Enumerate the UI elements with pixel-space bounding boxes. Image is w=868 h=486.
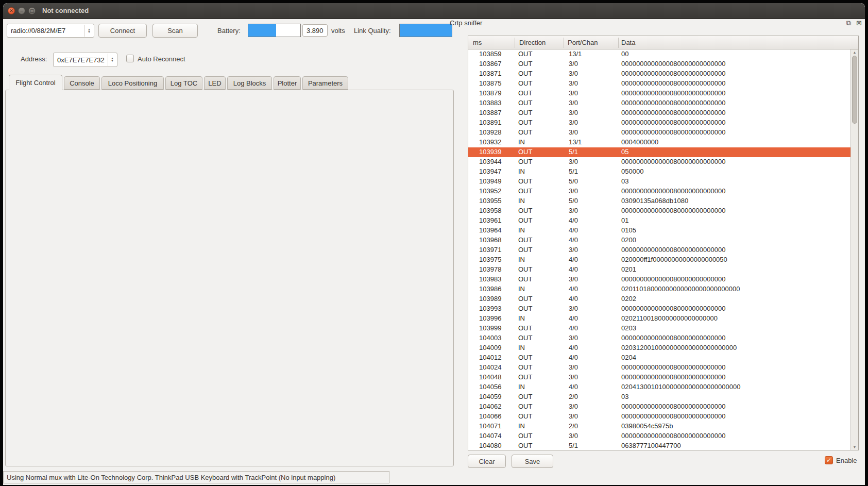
uri-combo-arrows-icon[interactable]: ▲▼ xyxy=(84,25,93,37)
scroll-down-icon[interactable]: ▼ xyxy=(851,445,858,449)
tab-log-toc[interactable]: Log TOC xyxy=(165,76,202,90)
sniffer-packet-table[interactable]: ms Direction Port/Chan Data 103859OUT13/… xyxy=(468,36,859,450)
scroll-up-icon[interactable]: ▲ xyxy=(851,51,858,54)
column-header-direction[interactable]: Direction xyxy=(519,39,546,46)
sniffer-row[interactable]: 104074OUT3/00000000000000080000000000000 xyxy=(468,431,858,441)
sniffer-row[interactable]: 103961OUT4/001 xyxy=(468,216,858,226)
battery-meter xyxy=(248,24,301,37)
packet-portchan: 4/0 xyxy=(569,216,578,224)
sniffer-row[interactable]: 103971OUT3/00000000000000080000000000000 xyxy=(468,245,858,255)
packet-ms: 103867 xyxy=(479,60,501,68)
tab-flight-control[interactable]: Flight Control xyxy=(9,75,62,90)
sniffer-row[interactable]: 103944OUT3/00000000000000080000000000000 xyxy=(468,157,858,167)
sniffer-row[interactable]: 103883OUT3/00000000000000080000000000000 xyxy=(468,98,858,108)
sniffer-row[interactable]: 103928OUT3/00000000000000080000000000000 xyxy=(468,128,858,138)
packet-ms: 103887 xyxy=(479,109,501,116)
packet-ms: 103968 xyxy=(479,236,501,244)
packet-portchan: 2/0 xyxy=(569,393,578,400)
packet-direction: OUT xyxy=(518,158,532,165)
packet-ms: 103978 xyxy=(479,265,501,273)
packet-portchan: 4/0 xyxy=(569,256,578,263)
connection-uri-combo[interactable]: radio://0/88/2M/E7 ▲▼ xyxy=(7,24,94,38)
sniffer-row[interactable]: 104048OUT3/00000000000000080000000000000 xyxy=(468,373,858,382)
sniffer-row[interactable]: 103968OUT4/00200 xyxy=(468,236,858,245)
column-header-portchan[interactable]: Port/Chan xyxy=(568,39,598,46)
sniffer-row[interactable]: 103978OUT4/00201 xyxy=(468,265,858,275)
sniffer-row[interactable]: 103891OUT3/00000000000000080000000000000 xyxy=(468,118,858,128)
sniffer-row[interactable]: 104003OUT3/00000000000000080000000000000 xyxy=(468,333,858,343)
maximize-window-icon[interactable]: ▢ xyxy=(28,7,36,14)
sniffer-row[interactable]: 104080OUT5/10638777100447700 xyxy=(468,441,858,450)
packet-ms: 103875 xyxy=(479,79,501,87)
sniffer-row[interactable]: 104059OUT2/003 xyxy=(468,392,858,402)
sniffer-row[interactable]: 103993OUT3/00000000000000080000000000000 xyxy=(468,304,858,314)
address-spinbox[interactable]: 0xE7E7E7E732 ▲▼ xyxy=(53,53,117,67)
scrollbar-thumb[interactable] xyxy=(852,56,857,124)
packet-portchan: 3/0 xyxy=(569,373,578,381)
sniffer-row[interactable]: 103958OUT3/00000000000000080000000000000 xyxy=(468,206,858,216)
sniffer-row[interactable]: 104066OUT3/00000000000000080000000000000 xyxy=(468,412,858,422)
sniffer-row[interactable]: 103859OUT13/100 xyxy=(468,49,858,59)
packet-ms: 103986 xyxy=(479,285,501,293)
save-button[interactable]: Save xyxy=(512,455,553,468)
sniffer-row[interactable]: 104009IN4/002031200100000000000000000000… xyxy=(468,343,858,353)
sniffer-row[interactable]: 104062OUT3/00000000000000080000000000000 xyxy=(468,402,858,412)
close-window-icon[interactable]: ✕ xyxy=(8,7,15,14)
auto-reconnect-checkbox[interactable] xyxy=(126,55,134,62)
sniffer-row[interactable]: 104071IN2/003980054c5975b xyxy=(468,422,858,431)
sniffer-row[interactable]: 103999OUT4/00203 xyxy=(468,324,858,333)
sniffer-row[interactable]: 103879OUT3/00000000000000080000000000000 xyxy=(468,89,858,98)
clear-button[interactable]: Clear xyxy=(468,455,506,468)
enable-checkbox[interactable]: ✓ xyxy=(825,456,833,464)
sniffer-row[interactable]: 103932IN13/10004000000 xyxy=(468,138,858,147)
tab-loco-positioning[interactable]: Loco Positioning xyxy=(101,76,164,90)
tab-parameters[interactable]: Parameters xyxy=(302,76,348,90)
packet-direction: OUT xyxy=(518,119,532,126)
auto-reconnect-label: Auto Reconnect xyxy=(138,55,185,63)
tab-console[interactable]: Console xyxy=(64,76,100,90)
enable-label[interactable]: Enable xyxy=(836,457,857,464)
packet-direction: OUT xyxy=(518,403,532,410)
connect-button[interactable]: Connect xyxy=(98,24,147,38)
sniffer-scrollbar[interactable]: ▲ ▼ xyxy=(850,49,858,450)
close-dock-icon[interactable]: ⊠ xyxy=(856,20,862,26)
sniffer-row[interactable]: 103949OUT5/003 xyxy=(468,177,858,187)
packet-portchan: 3/0 xyxy=(569,187,578,195)
sniffer-row[interactable]: 103952OUT3/00000000000000080000000000000 xyxy=(468,187,858,196)
sniffer-row[interactable]: 104012OUT4/00204 xyxy=(468,353,858,363)
tab-led[interactable]: LED xyxy=(204,76,226,90)
sniffer-row[interactable]: 103964IN4/00105 xyxy=(468,226,858,236)
sniffer-row[interactable]: 103871OUT3/00000000000000080000000000000 xyxy=(468,69,858,79)
sniffer-row[interactable]: 103955IN5/003090135a068db1080 xyxy=(468,196,858,206)
packet-direction: OUT xyxy=(518,236,532,244)
sniffer-row[interactable]: 103983OUT3/00000000000000080000000000000 xyxy=(468,275,858,284)
packet-data: 02011018000000000000000000000000 xyxy=(621,285,740,293)
sniffer-row[interactable]: 103986IN4/002011018000000000000000000000… xyxy=(468,284,858,294)
column-header-data[interactable]: Data xyxy=(621,39,635,46)
tab-log-blocks[interactable]: Log Blocks xyxy=(227,76,272,90)
sniffer-row[interactable]: 103947IN5/1050000 xyxy=(468,167,858,177)
sniffer-dock-title: Crtp sniffer xyxy=(450,19,482,27)
sniffer-row[interactable]: 103939OUT5/105 xyxy=(468,147,858,157)
sniffer-row[interactable]: 103887OUT3/00000000000000080000000000000 xyxy=(468,108,858,118)
packet-data: 03090135a068db1080 xyxy=(621,197,688,205)
packet-direction: OUT xyxy=(518,50,532,58)
sniffer-row[interactable]: 104056IN4/002041300101000000000000000000… xyxy=(468,382,858,392)
tab-plotter[interactable]: Plotter xyxy=(274,76,301,90)
packet-data: 0000000000000080000000000000 xyxy=(621,99,725,107)
packet-direction: OUT xyxy=(518,324,532,332)
address-spin-arrows-icon[interactable]: ▲▼ xyxy=(108,54,116,66)
float-dock-icon[interactable]: ⧉ xyxy=(846,20,851,26)
sniffer-row[interactable]: 103867OUT3/00000000000000080000000000000 xyxy=(468,59,858,69)
minimize-window-icon[interactable]: – xyxy=(18,7,25,14)
sniffer-row[interactable]: 103996IN4/002021100180000000000000000 xyxy=(468,314,858,324)
column-header-ms[interactable]: ms xyxy=(473,39,482,46)
scan-button[interactable]: Scan xyxy=(152,24,198,38)
packet-portchan: 3/0 xyxy=(569,334,578,342)
sniffer-row[interactable]: 103989OUT4/00202 xyxy=(468,294,858,304)
packet-direction: IN xyxy=(518,256,525,263)
sniffer-row[interactable]: 104024OUT3/00000000000000080000000000000 xyxy=(468,363,858,373)
sniffer-row[interactable]: 103875OUT3/00000000000000080000000000000 xyxy=(468,79,858,89)
sniffer-row[interactable]: 103975IN4/0020000ff1f0000000000000000005… xyxy=(468,255,858,265)
packet-direction: IN xyxy=(518,285,525,293)
